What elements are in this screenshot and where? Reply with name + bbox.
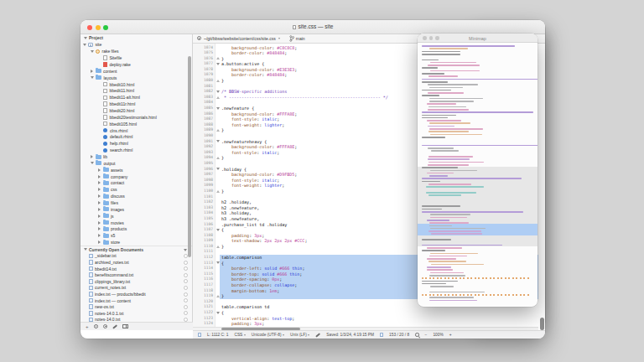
- document-options-icon[interactable]: [197, 36, 201, 40]
- tree-item[interactable]: contact: [80, 180, 192, 187]
- code-line[interactable]: 1116 border-spacing: 0px;: [193, 277, 538, 282]
- language-popup[interactable]: CSS: [234, 333, 245, 337]
- open-document-item[interactable]: new-os.txt: [80, 303, 192, 310]
- close-document-icon[interactable]: [184, 311, 188, 315]
- open-document-item[interactable]: index.txt — products/bbedit: [80, 291, 192, 297]
- open-documents-header[interactable]: Currently Open Documents: [80, 246, 192, 253]
- disclosure-chevron-icon[interactable]: [83, 44, 86, 46]
- open-document-item[interactable]: index.txt — content: [80, 297, 192, 304]
- disclosure-chevron-icon[interactable]: [91, 162, 94, 164]
- fold-marker-icon[interactable]: [215, 129, 221, 132]
- tree-item[interactable]: Sitefile: [80, 54, 192, 61]
- disclosure-chevron-icon[interactable]: [98, 168, 101, 172]
- tree-item[interactable]: rake files: [80, 48, 192, 54]
- code-line[interactable]: 1095: [193, 161, 538, 167]
- code-line[interactable]: 1083 * ---------------------------------…: [193, 95, 538, 101]
- close-document-icon[interactable]: [184, 279, 188, 283]
- fold-marker-icon[interactable]: [215, 261, 221, 264]
- open-document-item[interactable]: notes-14.0.1.txt: [80, 310, 192, 317]
- disclosure-chevron-icon[interactable]: [98, 227, 101, 230]
- tree-item[interactable]: assets: [80, 167, 192, 173]
- code-line[interactable]: 1119}: [193, 293, 538, 299]
- fold-marker-icon[interactable]: [215, 246, 221, 248]
- code-line[interactable]: 1076}: [193, 56, 538, 62]
- fold-marker-icon[interactable]: [215, 168, 221, 170]
- code-line[interactable]: 1103h2 .newfeature,: [193, 205, 538, 211]
- tree-item[interactable]: bbedit20.html: [80, 107, 192, 114]
- tree-item[interactable]: deploy.rake: [80, 61, 192, 68]
- code-line[interactable]: 1114 border-left: solid #666 thin;: [193, 266, 538, 272]
- code-line[interactable]: 1111: [193, 249, 538, 255]
- tree-item[interactable]: css: [80, 186, 192, 193]
- sidebar-scrollbar-thumb[interactable]: [188, 56, 191, 257]
- code-line[interactable]: 1118 margin-bottom: 1em;: [193, 288, 538, 294]
- fold-marker-icon[interactable]: [215, 157, 221, 159]
- disclosure-chevron-icon[interactable]: [98, 194, 101, 198]
- close-document-icon[interactable]: [184, 292, 188, 297]
- project-section-header[interactable]: Project: [80, 34, 192, 42]
- code-line[interactable]: 1097 background-color: #D9FBD5;: [193, 172, 538, 178]
- disclosure-chevron-icon[interactable]: [98, 215, 101, 218]
- code-line[interactable]: 1096.holiday {: [193, 167, 538, 173]
- close-document-icon[interactable]: [184, 298, 188, 303]
- counterparts-button[interactable]: [103, 324, 107, 328]
- close-document-icon[interactable]: [184, 273, 188, 277]
- disclosure-chevron-icon[interactable]: [98, 240, 101, 244]
- code-line[interactable]: 1105h3 .newfeature,: [193, 216, 538, 222]
- line-endings-popup[interactable]: Unix (LF): [290, 333, 309, 337]
- code-line[interactable]: 1082/* BBSW-specific additions: [193, 89, 538, 95]
- tree-item[interactable]: bbedit11r.html: [80, 101, 192, 107]
- close-document-icon[interactable]: [184, 305, 188, 309]
- tree-item[interactable]: s5: [80, 232, 192, 239]
- tree-item[interactable]: bbedit105.html: [80, 121, 192, 127]
- code-line[interactable]: 1124 padding: 3px;: [193, 321, 538, 326]
- tree-item[interactable]: output: [80, 160, 192, 167]
- tree-item[interactable]: discuss: [80, 193, 192, 199]
- code-line[interactable]: 1081: [193, 84, 538, 90]
- disclosure-chevron-icon[interactable]: [98, 188, 101, 191]
- fold-marker-icon[interactable]: [215, 57, 221, 59]
- tree-item[interactable]: lib: [80, 153, 192, 160]
- code-line[interactable]: 1079 border-color: #848484;: [193, 72, 538, 78]
- tree-item[interactable]: bbedit11.html: [80, 88, 192, 95]
- code-line[interactable]: 1092 background-color: #FFFA8E;: [193, 144, 538, 150]
- code-line[interactable]: 1117 border-collapse: collapse;: [193, 282, 538, 288]
- editable-pencil-icon[interactable]: [315, 333, 320, 337]
- tree-item[interactable]: bbedit10.html: [80, 81, 192, 88]
- code-line[interactable]: 1094}: [193, 155, 538, 161]
- code-line[interactable]: 1089}: [193, 127, 538, 133]
- fold-marker-icon[interactable]: [215, 295, 221, 297]
- code-line[interactable]: 1078 background-color: #E3E3E3;: [193, 67, 538, 73]
- disclosure-chevron-icon[interactable]: [98, 181, 101, 184]
- zoom-in-button[interactable]: +: [449, 333, 452, 337]
- code-line[interactable]: 1088 font-weight: lighter;: [193, 122, 538, 128]
- code-line[interactable]: 1108 padding: 3px;: [193, 233, 538, 239]
- fold-marker-icon[interactable]: [215, 96, 221, 99]
- minimap-titlebar[interactable]: Minimap: [418, 34, 538, 43]
- code-line[interactable]: 1098 font-style: italic;: [193, 178, 538, 184]
- code-line[interactable]: 1102h2 .holiday,: [193, 199, 538, 205]
- code-line[interactable]: 1110}: [193, 244, 538, 250]
- code-line[interactable]: 1101: [193, 194, 538, 200]
- open-document-item[interactable]: benefitscommand.txt: [80, 272, 192, 278]
- code-line[interactable]: 1107{: [193, 227, 538, 233]
- fold-marker-icon[interactable]: [215, 229, 221, 231]
- disclosure-chevron-icon[interactable]: [98, 234, 101, 237]
- code-area[interactable]: 1074 background-color: #C8C8C8;1075 bord…: [193, 44, 538, 327]
- fold-marker-icon[interactable]: [215, 80, 221, 82]
- code-line[interactable]: 1121table.comparison td: [193, 304, 538, 310]
- actions-gear-button[interactable]: [94, 324, 99, 329]
- disclosure-chevron-icon[interactable]: [98, 175, 101, 178]
- code-line[interactable]: 1084: [193, 100, 538, 106]
- code-line[interactable]: 1077a.button:active {: [193, 61, 538, 67]
- code-line[interactable]: 1086 background-color: #FFFA8E;: [193, 111, 538, 117]
- tree-item[interactable]: clns.rhtml: [80, 127, 192, 134]
- path-chevron-icon[interactable]: [278, 38, 280, 39]
- tree-item[interactable]: products: [80, 226, 192, 233]
- disclosure-chevron-icon[interactable]: [98, 221, 101, 225]
- code-line[interactable]: 1085.newfeature {: [193, 106, 538, 111]
- code-line[interactable]: 1120: [193, 299, 538, 305]
- code-line[interactable]: 1104h3 .holiday,: [193, 210, 538, 216]
- code-line[interactable]: 1075 border-color: #848484;: [193, 50, 538, 56]
- tree-item[interactable]: company: [80, 173, 192, 180]
